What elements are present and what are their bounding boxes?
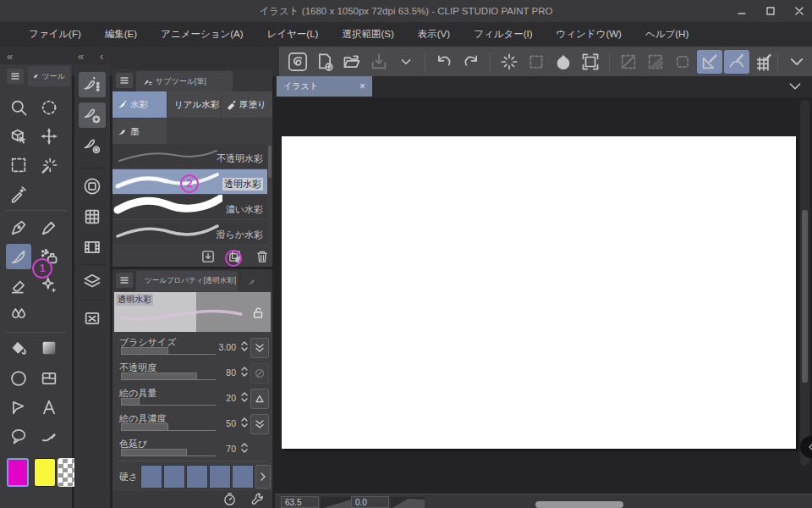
tool-brush[interactable] — [6, 244, 31, 269]
tool-text[interactable] — [36, 395, 62, 420]
redo-button[interactable] — [458, 50, 484, 74]
snap-dashed-line-button[interactable] — [616, 50, 641, 74]
open-file-button[interactable] — [339, 50, 365, 74]
snap-to-grid-button[interactable] — [751, 50, 776, 74]
deselect-button[interactable] — [497, 50, 522, 74]
collapse-left-palette-icon[interactable]: « — [7, 50, 12, 63]
tool-eyedropper[interactable] — [6, 181, 31, 207]
paint-amount-dynamics-button[interactable] — [250, 389, 269, 409]
tool-zoom[interactable] — [6, 95, 31, 120]
slider-value[interactable]: 3.00 — [207, 342, 236, 352]
tool-blend[interactable] — [6, 301, 31, 327]
tool-palette-menu-button[interactable] — [7, 69, 24, 84]
tool-rotate[interactable] — [36, 95, 62, 120]
sub-tool-menu-button[interactable] — [116, 73, 133, 88]
tool-polyline[interactable] — [6, 395, 31, 420]
hardness-expand-button[interactable] — [255, 465, 271, 489]
subtool-tab-suisai[interactable]: 水彩 — [112, 91, 167, 118]
menu-selection[interactable]: 選択範囲(S) — [330, 22, 405, 47]
main-color-swatch[interactable] — [7, 458, 29, 487]
collapse-panel-icon[interactable]: ‹ — [100, 50, 102, 63]
zoom-slider[interactable] — [321, 497, 351, 508]
hardness-segment-4[interactable] — [209, 465, 231, 489]
reselect-button[interactable] — [524, 50, 549, 74]
menu-file[interactable]: ファイル(F) — [17, 22, 93, 47]
tool-settings-button[interactable] — [249, 490, 266, 507]
slider-spinner[interactable] — [239, 441, 250, 455]
vertical-scrollbar-thumb[interactable] — [802, 210, 808, 383]
tool-selection[interactable] — [6, 152, 31, 178]
slider-spinner[interactable] — [239, 340, 250, 353]
hardness-segment-5[interactable] — [232, 465, 254, 489]
rotation-slider[interactable] — [391, 497, 425, 508]
panel-icon-material[interactable] — [79, 235, 106, 260]
tab-tool[interactable]: ツール — [28, 66, 70, 86]
slider-track[interactable] — [121, 347, 216, 355]
close-button[interactable] — [793, 5, 805, 17]
transparent-color-swatch[interactable] — [58, 458, 76, 487]
rotation-value-field[interactable]: 0.0 — [351, 496, 389, 508]
tool-property-tab[interactable]: ツールプロパティ[透明水彩] — [136, 271, 238, 291]
tool-property-tab-secondary[interactable] — [241, 271, 269, 291]
undo-button[interactable] — [431, 50, 457, 74]
snap-to-special-ruler-button[interactable] — [724, 50, 749, 74]
tool-auto-select[interactable] — [36, 152, 62, 178]
brush-item-futoumei-suisai[interactable]: 不透明水彩 — [112, 144, 267, 169]
tool-property-menu-button[interactable] — [116, 273, 133, 288]
slider-value[interactable]: 80 — [207, 367, 236, 378]
tab-list-expand-button[interactable] — [787, 80, 803, 93]
panel-icon-color-wheel[interactable] — [79, 174, 106, 199]
menu-filter[interactable]: フィルター(I) — [462, 22, 544, 47]
menu-edit[interactable]: 編集(E) — [93, 22, 149, 47]
subtool-tab-sumi[interactable]: 墨 — [112, 119, 167, 145]
tool-eraser[interactable] — [6, 273, 31, 298]
tool-fill[interactable] — [6, 335, 31, 361]
import-sub-tool-button[interactable] — [200, 248, 217, 265]
toolbar-expand-button[interactable] — [784, 50, 809, 74]
canvas-document[interactable] — [282, 136, 796, 449]
tool-line-correction[interactable] — [36, 423, 62, 449]
collapse-mid-strip-icon[interactable]: « — [78, 50, 83, 63]
slider-track[interactable] — [121, 398, 216, 406]
stroke-preview-toggle-button[interactable] — [221, 490, 238, 507]
panel-icon-brush-size[interactable] — [79, 133, 106, 158]
tab-close-icon[interactable]: × — [359, 80, 365, 92]
slider-track[interactable] — [121, 449, 216, 456]
hardness-segment-3[interactable] — [186, 465, 208, 489]
subtool-tab-atsunuri[interactable]: 厚塗り — [222, 91, 272, 118]
clear-button[interactable] — [551, 50, 576, 74]
minimize-button[interactable] — [736, 5, 748, 17]
slider-spinner[interactable] — [239, 390, 250, 404]
tool-move[interactable] — [36, 124, 62, 149]
maximize-button[interactable] — [765, 5, 776, 17]
menu-window[interactable]: ウィンドウ(W) — [545, 22, 634, 47]
sub-color-swatch[interactable] — [34, 458, 56, 487]
menu-animation[interactable]: アニメーション(A) — [149, 22, 255, 47]
menu-view[interactable]: 表示(V) — [406, 22, 462, 47]
zoom-value-field[interactable]: 63.5 — [281, 496, 319, 508]
tool-frame-border[interactable] — [36, 366, 62, 391]
brush-size-dynamics-button[interactable] — [250, 338, 269, 358]
delete-sub-tool-button[interactable] — [254, 248, 271, 265]
paint-density-dynamics-button[interactable] — [250, 414, 269, 434]
slider-value[interactable]: 20 — [207, 393, 236, 403]
panel-icon-navigator[interactable] — [79, 306, 106, 331]
lock-open-icon[interactable] — [251, 306, 265, 319]
crop-button[interactable] — [578, 50, 603, 74]
slider-value[interactable]: 50 — [207, 418, 236, 428]
snap-dashed-fill-button[interactable] — [643, 50, 668, 74]
hardness-segment-1[interactable] — [140, 465, 162, 489]
slider-spinner[interactable] — [239, 365, 250, 378]
tool-pencil[interactable] — [36, 215, 62, 240]
hardness-segment-2[interactable] — [163, 465, 185, 489]
tool-pen[interactable] — [6, 215, 31, 240]
sub-tool-panel-tab[interactable]: サブツール[筆] — [136, 71, 233, 91]
snap-dashed-frame-button[interactable] — [670, 50, 695, 74]
brush-item-nameraka-suisai[interactable]: 滑らか水彩 — [112, 220, 267, 246]
panel-icon-layer[interactable] — [79, 268, 106, 294]
panel-icon-sub-tool[interactable] — [79, 72, 106, 97]
slider-track[interactable] — [121, 423, 216, 431]
horizontal-scrollbar-thumb[interactable] — [535, 501, 623, 508]
slider-track[interactable] — [121, 373, 216, 380]
new-canvas-button[interactable] — [312, 50, 337, 74]
